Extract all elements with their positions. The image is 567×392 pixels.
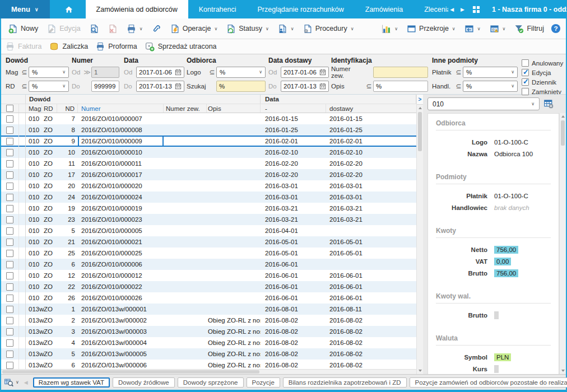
table-row[interactable]: 010ZO202016/ZO/010/0000202016-03-012016-… bbox=[1, 180, 416, 192]
scroll-up-button[interactable] bbox=[560, 113, 566, 120]
table-row[interactable]: 013wZO42016/ZO/013w/000004Obieg ZO-RL z … bbox=[1, 337, 416, 348]
row-checkbox[interactable] bbox=[6, 227, 13, 235]
handlowiec-filter-select[interactable]: %∨ bbox=[463, 81, 518, 92]
dostawa-do-input[interactable]: 2017-01-13 bbox=[281, 81, 329, 92]
tabs-scroll-left-button[interactable]: ◀ bbox=[448, 7, 456, 12]
column-header-rd[interactable]: RD bbox=[42, 104, 57, 113]
numer-zew-input[interactable] bbox=[373, 67, 428, 78]
rd-filter-select[interactable]: %∨ bbox=[29, 81, 69, 92]
table-row[interactable]: 010ZO192016/ZO/010/0000192016-03-212016-… bbox=[1, 203, 416, 214]
print-button[interactable]: ∨ bbox=[123, 22, 147, 36]
row-checkbox[interactable] bbox=[6, 362, 13, 369]
company-selector[interactable]: 1 - Nasza firma 0 - oddział bbox=[492, 6, 567, 13]
top-tab-2[interactable]: Kontrahenci bbox=[188, 0, 247, 18]
scroll-down-button[interactable] bbox=[560, 367, 566, 374]
logo-filter-select[interactable]: %∨ bbox=[216, 67, 266, 78]
table-row[interactable]: 013wZO62016/ZO/013w/000006Obieg ZO-RL z … bbox=[1, 360, 416, 369]
table-row[interactable]: 010ZO112016/ZO/010/0000112016-02-202016-… bbox=[1, 158, 416, 169]
sections-button[interactable]: Przekroje ∨ bbox=[403, 22, 459, 36]
attachments-button[interactable] bbox=[148, 22, 165, 36]
table-row[interactable]: 010ZO122016/ZO/010/0000122016-06-012016-… bbox=[1, 270, 416, 281]
column-header-dostawy[interactable]: dostawy bbox=[326, 104, 416, 113]
help-button[interactable]: ? bbox=[549, 21, 563, 36]
table-row[interactable]: 010ZO62016/ZO/010/0000062016-06-01 bbox=[1, 259, 416, 270]
top-tab-3[interactable]: Przeglądanie rozrachunków bbox=[247, 0, 354, 18]
row-checkbox[interactable] bbox=[6, 239, 13, 246]
bottom-tab-6[interactable]: Pozycje zamówień od odbiorców pozostałe … bbox=[410, 377, 567, 388]
bottom-tab-2[interactable]: Dowody źródłowe bbox=[113, 377, 175, 388]
bottom-tab-4[interactable]: Pozycje bbox=[247, 377, 280, 388]
opis-input[interactable]: % bbox=[373, 81, 428, 92]
column-header-opis[interactable]: Opis bbox=[207, 104, 261, 113]
row-checkbox[interactable] bbox=[6, 317, 13, 324]
row-checkbox[interactable] bbox=[6, 183, 13, 190]
select-all-checkbox[interactable] bbox=[6, 105, 13, 112]
apps-grid-button[interactable] bbox=[470, 6, 483, 13]
column-header-data[interactable]: - bbox=[261, 104, 326, 113]
scrollbar-thumb[interactable] bbox=[561, 120, 565, 146]
row-checkbox[interactable] bbox=[6, 351, 13, 358]
scrollbar-thumb[interactable] bbox=[418, 112, 422, 151]
panel-view-select[interactable]: 010 ∨ bbox=[427, 97, 540, 110]
row-checkbox[interactable] bbox=[6, 272, 13, 279]
panel-expander-button[interactable]: > bbox=[417, 95, 423, 105]
operations-button[interactable]: Operacje ∨ bbox=[166, 22, 222, 36]
row-checkbox[interactable] bbox=[6, 306, 13, 313]
row-checkbox[interactable] bbox=[6, 261, 13, 268]
column-header-mag[interactable]: Mag bbox=[26, 104, 42, 113]
numer-od-input[interactable]: 1 bbox=[91, 67, 119, 78]
row-checkbox[interactable] bbox=[6, 160, 13, 167]
panel-settings-button[interactable] bbox=[543, 99, 554, 109]
table-row[interactable]: 010ZO52016/ZO/010/0000052016-04-01 bbox=[1, 225, 416, 236]
lost-sale-button[interactable]: Sprzedaż utracona bbox=[145, 42, 217, 52]
platnik-filter-select[interactable]: %∨ bbox=[463, 67, 518, 78]
column-header-nd[interactable]: ND bbox=[57, 104, 78, 113]
bottom-tab-3[interactable]: Dowody sprzężone bbox=[178, 377, 244, 388]
advance-payment-button[interactable]: Zaliczka bbox=[49, 42, 88, 52]
row-checkbox[interactable] bbox=[6, 216, 13, 223]
row-checkbox[interactable] bbox=[6, 127, 13, 134]
scroll-up-button[interactable] bbox=[417, 105, 423, 111]
horizontal-scrollbar[interactable] bbox=[1, 369, 416, 374]
contractor-actions-button[interactable]: ∨ bbox=[274, 22, 298, 36]
scrollbar-thumb[interactable] bbox=[2, 370, 259, 374]
top-tab-4[interactable]: Zamówienia bbox=[355, 0, 413, 18]
row-checkbox[interactable] bbox=[6, 205, 13, 212]
edit-button[interactable]: Edycja bbox=[43, 22, 85, 36]
bottom-tab-5[interactable]: Bilans rozdzielnika zapotrzebowań i ZD bbox=[283, 377, 407, 388]
statuses-button[interactable]: Statusy ∨ bbox=[222, 22, 273, 36]
scroll-down-button[interactable] bbox=[417, 367, 423, 374]
row-checkbox[interactable] bbox=[6, 194, 13, 201]
top-tab-1[interactable]: Zamówienia od odbiorców bbox=[86, 0, 188, 18]
szukaj-input[interactable]: % bbox=[216, 81, 266, 92]
row-checkbox[interactable] bbox=[6, 250, 13, 257]
row-checkbox[interactable] bbox=[6, 295, 13, 302]
table-row[interactable]: 010ZO222016/ZO/010/0000222016-06-012016-… bbox=[1, 281, 416, 292]
table-row[interactable]: 013wZO32016/ZO/013w/000003Obieg ZO-RL z … bbox=[1, 326, 416, 337]
filter-checkbox-dziennik[interactable]: Dziennik bbox=[522, 77, 567, 87]
table-row[interactable]: 013wZO12016/ZO/013w/0000012016-08-012016… bbox=[1, 304, 416, 315]
row-checkbox[interactable] bbox=[6, 149, 13, 156]
dostawa-od-input[interactable]: 2017-01-06 bbox=[281, 67, 329, 78]
column-header-numer-zew[interactable]: Numer zew. bbox=[164, 104, 207, 113]
bottom-tabs-scroll-left-button[interactable]: ◀ bbox=[22, 380, 30, 385]
data-do-input[interactable]: 2017-01-13 bbox=[136, 81, 184, 92]
view-document-button[interactable] bbox=[86, 22, 103, 36]
window-settings-button[interactable]: ∨ bbox=[486, 22, 510, 36]
bottom-tab-1[interactable]: Razem wg stawek VAT bbox=[33, 377, 110, 388]
delete-document-button[interactable] bbox=[104, 22, 122, 36]
table-row[interactable]: 010ZO242016/ZO/010/0000242016-03-012016-… bbox=[1, 192, 416, 203]
filter-checkbox-anulowany[interactable]: Anulowany bbox=[522, 58, 567, 68]
invoice-button[interactable]: Faktura bbox=[6, 42, 41, 51]
table-row[interactable]: 013wZO22016/ZO/013w/000002Obieg ZO-RL z … bbox=[1, 315, 416, 326]
row-checkbox[interactable] bbox=[6, 328, 13, 335]
table-row[interactable]: 010ZO212016/ZO/010/0000212016-05-012016-… bbox=[1, 236, 416, 248]
proforma-button[interactable]: Proforma bbox=[96, 42, 137, 51]
menu-button[interactable]: Menu ∨ bbox=[0, 0, 50, 18]
table-row[interactable]: 010ZO232016/ZO/010/0000232016-03-212016-… bbox=[1, 214, 416, 225]
bottom-views-button[interactable]: ∨ bbox=[4, 377, 19, 388]
numer-do-input[interactable]: 999999 bbox=[91, 81, 119, 92]
column-header-numer[interactable]: Numer bbox=[78, 104, 164, 113]
table-row[interactable]: 010ZO82016/ZO/010/0000082016-01-252016-0… bbox=[1, 124, 416, 136]
row-checkbox[interactable] bbox=[6, 339, 13, 347]
